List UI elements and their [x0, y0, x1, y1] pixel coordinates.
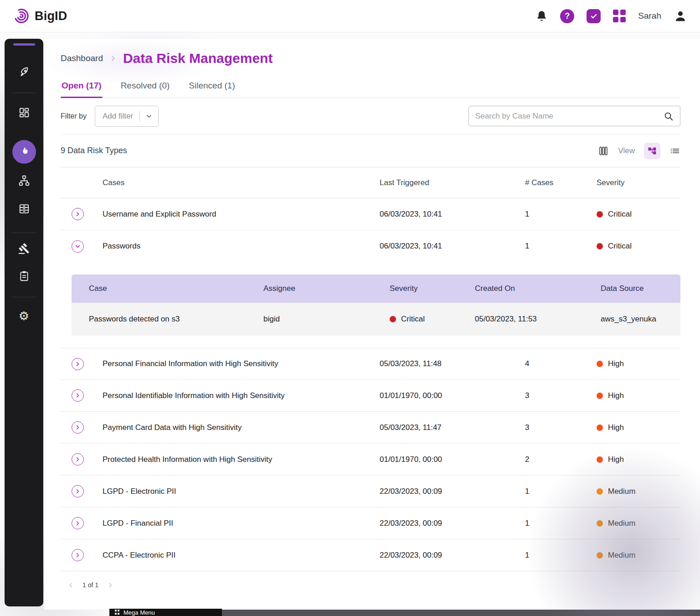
tasks-check-icon[interactable] [587, 9, 601, 23]
sidebar-divider [12, 93, 36, 93]
chevron-right-icon [109, 55, 117, 62]
table-row[interactable]: LGPD - Electronic PII 22/03/2023, 00:09 … [61, 476, 680, 507]
subcolumn-assignee: Assignee [263, 284, 390, 293]
breadcrumb: Dashboard Data Risk Management [61, 39, 680, 66]
chevron-right-icon [74, 488, 81, 495]
num-cases: 1 [520, 487, 591, 496]
tree-view-toggle[interactable] [644, 143, 660, 159]
chevron-right-icon [74, 424, 81, 431]
search-input[interactable] [475, 112, 664, 121]
table-row[interactable]: Personal Identifiable Information with H… [61, 380, 680, 412]
user-avatar-icon[interactable] [674, 9, 687, 23]
subtable-row[interactable]: Passwords detected on s3 bigid Critical … [72, 303, 680, 336]
column-header-num-cases: # Cases [520, 178, 591, 187]
help-icon[interactable]: ? [560, 9, 574, 23]
last-triggered: 05/03/2023, 11:48 [380, 359, 520, 368]
severity-label: Medium [608, 519, 635, 528]
table-row[interactable]: LGPD - Financial PII 22/03/2023, 00:09 1… [61, 507, 680, 539]
expand-row-button[interactable] [72, 485, 84, 497]
dashboard-icon [18, 107, 30, 119]
gear-icon: ⚙ [19, 310, 29, 322]
subcolumn-case: Case [72, 284, 263, 293]
table-row-expanded[interactable]: Passwords 06/03/2023, 10:41 1 Critical [61, 230, 680, 262]
severity-label: Critical [608, 210, 632, 219]
archive-icon [18, 203, 30, 215]
chevron-right-icon [74, 392, 81, 399]
expand-row-button[interactable] [72, 421, 84, 434]
severity-dot [597, 424, 603, 431]
last-triggered: 22/03/2023, 00:09 [380, 519, 520, 528]
collapse-row-button[interactable] [72, 240, 84, 253]
sidebar-item-dashboard[interactable] [14, 103, 34, 123]
num-cases: 1 [520, 551, 591, 560]
apps-grid-icon[interactable] [613, 10, 626, 22]
breadcrumb-dashboard-link[interactable]: Dashboard [61, 53, 103, 63]
notifications-bell-icon[interactable] [535, 10, 548, 22]
filter-row: Filter by Add filter [61, 98, 680, 135]
sidebar-item-hierarchy[interactable] [14, 171, 34, 191]
subtable-header: Case Assignee Severity Created On Data S… [72, 274, 680, 303]
expand-row-button[interactable] [72, 389, 84, 402]
mega-menu-taskbar-item[interactable]: Mega Menu [109, 609, 222, 616]
case-name: Personal Financial Information with High… [94, 359, 380, 368]
grid-icon [115, 610, 120, 615]
severity-label: High [608, 391, 624, 400]
table-row[interactable]: Protected Health Information with High S… [61, 444, 680, 476]
sidebar: ⚙ [5, 39, 43, 606]
tab-resolved[interactable]: Resolved (0) [120, 81, 171, 98]
severity-label: High [608, 455, 624, 464]
num-cases: 3 [520, 391, 591, 400]
sidebar-item-risk-active[interactable] [12, 140, 36, 164]
table-row[interactable]: CCPA - Electronic PII 22/03/2023, 00:09 … [61, 539, 680, 571]
severity-label: Medium [608, 551, 635, 560]
last-triggered: 06/03/2023, 10:41 [380, 242, 520, 251]
clipboard-icon [18, 270, 30, 282]
table-toolbar: 9 Data Risk Types View [61, 135, 680, 167]
expand-row-button[interactable] [72, 208, 84, 220]
last-triggered: 05/03/2023, 11:47 [380, 423, 520, 432]
severity-label: Critical [401, 315, 425, 324]
severity-dot [597, 361, 603, 367]
tab-silenced[interactable]: Silenced (1) [188, 81, 236, 98]
column-header-severity: Severity [591, 178, 680, 187]
severity-dot [597, 552, 603, 559]
table-row[interactable]: Personal Financial Information with High… [61, 348, 680, 380]
table-row[interactable]: Username and Explicit Password 06/03/202… [61, 198, 680, 230]
next-page-button[interactable] [105, 580, 116, 590]
case-name: Passwords [94, 242, 380, 251]
table-header: Cases Last Triggered # Cases Severity [61, 167, 680, 198]
mega-menu-label: Mega Menu [124, 609, 155, 616]
bottom-strip [0, 610, 700, 616]
table-row[interactable]: Payment Card Data with High Sensitivity … [61, 412, 680, 444]
sidebar-item-data-sources[interactable] [14, 199, 34, 219]
expand-row-button[interactable] [72, 549, 84, 561]
add-filter-dropdown[interactable]: Add filter [95, 106, 159, 127]
tab-open[interactable]: Open (17) [61, 81, 103, 98]
last-triggered: 22/03/2023, 00:09 [380, 487, 520, 496]
expand-row-button[interactable] [72, 358, 84, 370]
chevron-right-icon [74, 211, 81, 217]
severity-dot [597, 243, 603, 249]
chevron-right-icon [74, 520, 81, 527]
column-settings-icon[interactable] [598, 145, 609, 156]
prev-page-button[interactable] [65, 580, 76, 590]
num-cases: 1 [520, 210, 591, 219]
chevron-right-icon [74, 361, 81, 368]
last-triggered: 01/01/1970, 00:00 [380, 455, 520, 464]
sidebar-item-reports[interactable] [14, 266, 34, 286]
user-name[interactable]: Sarah [638, 11, 661, 21]
num-cases: 1 [520, 519, 591, 528]
severity-dot [597, 520, 603, 527]
sidebar-item-getting-started[interactable] [14, 62, 34, 82]
sidebar-item-settings[interactable]: ⚙ [14, 306, 34, 326]
brand-logo[interactable]: BigID [13, 7, 67, 25]
sitemap-icon [18, 175, 30, 186]
sidebar-handle[interactable] [13, 43, 35, 46]
expand-row-button[interactable] [72, 517, 84, 529]
chevron-down-icon [74, 243, 81, 250]
search-icon[interactable] [664, 111, 674, 121]
expand-row-button[interactable] [72, 453, 84, 466]
sidebar-item-policies[interactable] [14, 238, 34, 259]
tab-bar: Open (17) Resolved (0) Silenced (1) [61, 81, 680, 98]
list-view-toggle[interactable] [669, 145, 680, 156]
